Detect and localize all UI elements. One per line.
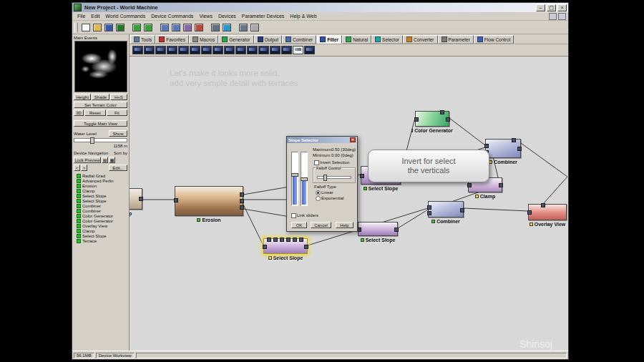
slider-thumb[interactable]	[291, 173, 298, 177]
menu-right-button-icon[interactable]	[558, 13, 566, 20]
device-list-item[interactable]: Color Generator	[74, 213, 127, 218]
terrain-preview[interactable]	[74, 41, 127, 92]
preview-mode-button[interactable]: H+S	[110, 94, 127, 100]
menu-right-button-icon[interactable]	[549, 13, 557, 20]
node-erosion[interactable]: Erosion	[175, 186, 243, 222]
maximum-slider[interactable]	[291, 152, 298, 206]
output-port[interactable]	[240, 192, 244, 197]
device-list-item[interactable]: Overlay View	[74, 223, 127, 228]
edit-button[interactable]: Edit...	[109, 165, 127, 171]
menu-devices[interactable]: Devices	[215, 14, 239, 19]
falloff-slider[interactable]	[317, 176, 351, 179]
tab-macros[interactable]: Macros	[189, 35, 218, 44]
tab-selector[interactable]: Selector	[371, 35, 403, 44]
help-button[interactable]: Help	[336, 222, 353, 228]
output-port[interactable]	[517, 147, 522, 151]
node-select-slope-bottom[interactable]: Select Slope	[263, 238, 308, 260]
node-combiner-mid[interactable]: Combiner	[428, 201, 464, 224]
output-port[interactable]	[240, 205, 244, 210]
node-combiner-top[interactable]: Combiner	[485, 139, 521, 165]
grid-view-icon[interactable]: ▦	[109, 157, 115, 163]
enabled-led-icon[interactable]	[268, 256, 272, 260]
device-list-item[interactable]: Combiner	[74, 203, 127, 208]
menu-help-web[interactable]: Help & Web	[287, 14, 319, 19]
filter-device-icon[interactable]	[132, 46, 143, 54]
device-list-item[interactable]: Clamp	[74, 228, 127, 233]
input-port[interactable]	[414, 117, 419, 122]
parameter-port[interactable]	[440, 110, 444, 114]
lock-preview-button[interactable]: Lock Preview	[74, 157, 101, 163]
menu-parameter-devices[interactable]: Parameter Devices	[239, 14, 288, 19]
parameter-port[interactable]	[267, 238, 271, 242]
tab-natural[interactable]: Natural	[342, 35, 371, 44]
minimize-icon[interactable]: –	[536, 4, 545, 11]
nav-prev-button[interactable]: <	[74, 165, 80, 171]
output-port[interactable]	[139, 197, 143, 201]
input-port[interactable]	[427, 205, 431, 210]
device-list-item[interactable]: Combiner	[74, 208, 127, 213]
device-list-item[interactable]: Select Slope	[74, 233, 127, 238]
render-icon[interactable]	[193, 22, 204, 32]
open-folder-icon[interactable]	[92, 22, 102, 32]
cancel-button[interactable]: Cancel	[311, 222, 331, 228]
device-list-item[interactable]: Color Generator	[74, 218, 127, 223]
preview-mode-button[interactable]: Height	[74, 94, 91, 100]
filter-device-icon[interactable]	[178, 46, 189, 54]
enabled-led-icon[interactable]	[197, 218, 200, 222]
output-port[interactable]	[304, 245, 308, 249]
toggle-main-view-button[interactable]: Toggle Main View	[74, 120, 127, 127]
slider-thumb[interactable]	[90, 137, 94, 144]
parameter-port[interactable]	[512, 138, 516, 142]
toolbar-grip[interactable]	[74, 23, 78, 32]
filter-device-icon[interactable]	[270, 46, 280, 54]
output-port[interactable]	[240, 199, 244, 203]
node-overlay-view[interactable]: Overlay View	[528, 204, 567, 227]
device-list-item[interactable]: Terrace	[74, 238, 127, 243]
node-clamp-left[interactable]: Clamp	[130, 188, 142, 216]
output-port[interactable]	[460, 208, 464, 212]
tab-favorites[interactable]: Favorites	[155, 35, 189, 44]
filter-device-icon[interactable]	[281, 46, 292, 54]
enabled-led-icon[interactable]	[530, 222, 533, 226]
input-port[interactable]	[263, 245, 267, 249]
world-icon[interactable]	[221, 22, 232, 32]
filter-device-icon[interactable]	[224, 46, 235, 54]
enabled-led-icon[interactable]	[364, 187, 367, 190]
filter-device-icon[interactable]	[190, 46, 200, 54]
parameter-port[interactable]	[280, 238, 284, 242]
minimum-slider[interactable]	[301, 152, 308, 206]
parameter-port[interactable]	[299, 238, 303, 242]
view-3d-button[interactable]: 3D	[74, 109, 84, 116]
tab-converter[interactable]: Converter	[403, 35, 438, 44]
filter-device-icon[interactable]	[213, 46, 223, 54]
zoom-icon[interactable]	[159, 22, 170, 32]
menu-views[interactable]: Views	[196, 14, 215, 19]
menu-device-commands[interactable]: Device Commands	[148, 14, 196, 19]
exponential-radio[interactable]	[316, 196, 321, 201]
preview-mode-button[interactable]: Shade	[92, 94, 109, 100]
settings-icon[interactable]	[249, 22, 260, 32]
dialog-titlebar[interactable]: Slope Selector ×	[287, 137, 357, 143]
node-color-generator[interactable]: Color Generator	[415, 111, 449, 133]
tab-generator[interactable]: Generator	[218, 35, 253, 44]
show-water-button[interactable]: Show	[109, 130, 127, 137]
dialog-close-icon[interactable]: ×	[350, 137, 356, 142]
tab-parameter[interactable]: Parameter	[438, 35, 474, 44]
list-view-icon[interactable]: ▤	[102, 157, 108, 163]
filter-device-icon[interactable]	[247, 46, 258, 54]
linear-radio[interactable]	[316, 190, 321, 195]
menu-edit[interactable]: Edit	[88, 14, 102, 19]
filter-device-icon[interactable]	[235, 46, 246, 54]
slider-thumb[interactable]	[301, 177, 308, 181]
filter-device-icon[interactable]	[258, 46, 269, 54]
tab-flow-control[interactable]: Flow Control	[474, 35, 514, 44]
device-list-item[interactable]: Clamp	[74, 188, 127, 193]
parameter-port[interactable]	[293, 238, 297, 242]
fit-button[interactable]: Fit	[107, 109, 128, 116]
tab-output[interactable]: Output	[254, 35, 283, 44]
input-port[interactable]	[527, 210, 532, 215]
grid-icon[interactable]	[238, 22, 248, 32]
parameter-port[interactable]	[541, 203, 545, 207]
camera-icon[interactable]	[210, 22, 220, 32]
filter-device-icon[interactable]	[304, 46, 315, 54]
